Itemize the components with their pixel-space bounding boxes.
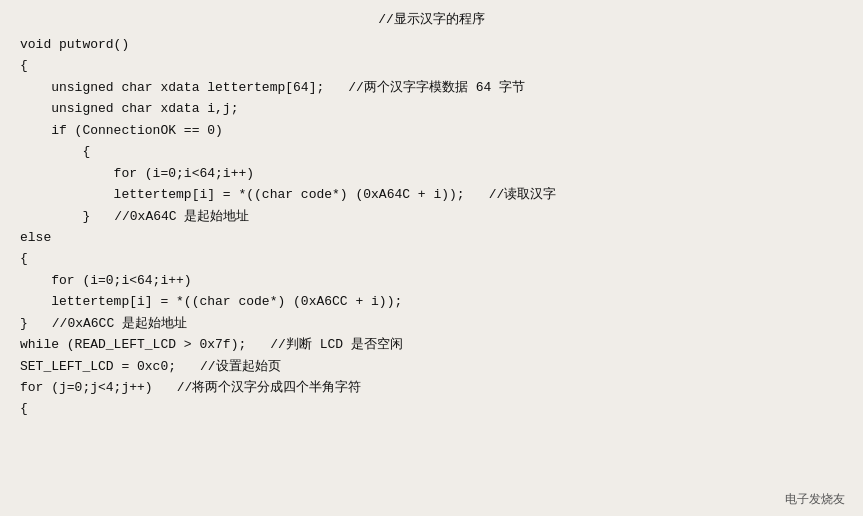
- page-container: //显示汉字的程序 void putword(){ unsigned char …: [0, 0, 863, 516]
- code-line: {: [20, 398, 843, 419]
- code-comment: //0xA64C 是起始地址: [114, 206, 249, 227]
- code-line: else: [20, 227, 843, 248]
- code-line: for (i=0;i<64;i++): [20, 270, 843, 291]
- code-text: {: [20, 141, 90, 162]
- code-comment: //设置起始页: [200, 356, 281, 377]
- code-text: lettertemp[i] = *((char code*) (0xA64C +…: [20, 184, 465, 205]
- code-text: while (READ_LEFT_LCD > 0x7f);: [20, 334, 246, 355]
- code-line: }//0xA64C 是起始地址: [20, 206, 843, 227]
- watermark: 电子发烧友: [785, 491, 845, 508]
- code-comment: //读取汉字: [489, 184, 557, 205]
- code-text: SET_LEFT_LCD = 0xc0;: [20, 356, 176, 377]
- code-text: if (ConnectionOK == 0): [20, 120, 223, 141]
- code-line: lettertemp[i] = *((char code*) (0xA64C +…: [20, 184, 843, 205]
- code-text: unsigned char xdata i,j;: [20, 98, 238, 119]
- code-line: }//0xA6CC 是起始地址: [20, 313, 843, 334]
- code-line: for (i=0;i<64;i++): [20, 163, 843, 184]
- code-line: {: [20, 141, 843, 162]
- code-line: lettertemp[i] = *((char code*) (0xA6CC +…: [20, 291, 843, 312]
- code-line: {: [20, 248, 843, 269]
- code-text: unsigned char xdata lettertemp[64];: [20, 77, 324, 98]
- code-text: }: [20, 206, 90, 227]
- code-line: if (ConnectionOK == 0): [20, 120, 843, 141]
- code-line: {: [20, 55, 843, 76]
- code-text: else: [20, 227, 51, 248]
- code-comment: //判断 LCD 是否空闲: [270, 334, 403, 355]
- code-line: for (j=0;j<4;j++)//将两个汉字分成四个半角字符: [20, 377, 843, 398]
- code-text: for (i=0;i<64;i++): [20, 163, 254, 184]
- code-text: {: [20, 398, 28, 419]
- code-text: }: [20, 313, 28, 334]
- code-text: for (j=0;j<4;j++): [20, 377, 153, 398]
- code-line: void putword(): [20, 34, 843, 55]
- code-text: void putword(): [20, 34, 129, 55]
- code-text: {: [20, 248, 28, 269]
- code-line: SET_LEFT_LCD = 0xc0;//设置起始页: [20, 356, 843, 377]
- code-text: lettertemp[i] = *((char code*) (0xA6CC +…: [20, 291, 402, 312]
- code-line: unsigned char xdata lettertemp[64];//两个汉…: [20, 77, 843, 98]
- code-block: void putword(){ unsigned char xdata lett…: [20, 34, 843, 420]
- code-line: unsigned char xdata i,j;: [20, 98, 843, 119]
- code-text: {: [20, 55, 28, 76]
- comment-header: //显示汉字的程序: [20, 10, 843, 28]
- code-comment: //0xA6CC 是起始地址: [52, 313, 187, 334]
- code-comment: //两个汉字字模数据 64 字节: [348, 77, 525, 98]
- code-line: while (READ_LEFT_LCD > 0x7f);//判断 LCD 是否…: [20, 334, 843, 355]
- code-text: for (i=0;i<64;i++): [20, 270, 192, 291]
- code-comment: //将两个汉字分成四个半角字符: [177, 377, 362, 398]
